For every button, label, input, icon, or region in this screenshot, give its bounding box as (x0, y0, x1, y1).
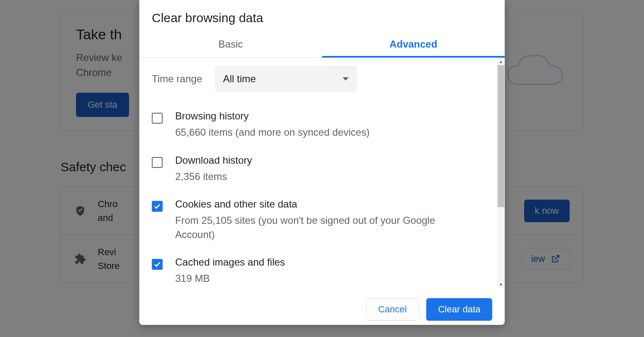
option-subtitle: 319 MB (175, 271, 285, 286)
checkbox-cookies[interactable] (152, 201, 163, 212)
dialog-scroll-area: Time range All time Browsing history 65,… (139, 58, 505, 288)
checkbox-cached[interactable] (152, 259, 163, 270)
option-subtitle: 2,356 items (175, 170, 252, 184)
clear-browsing-data-dialog: Clear browsing data Basic Advanced Time … (139, 0, 505, 325)
time-range-label: Time range (152, 73, 203, 85)
time-range-select[interactable]: All time (215, 66, 357, 92)
checkbox-download-history[interactable] (152, 157, 163, 168)
check-icon (154, 261, 161, 268)
time-range-row: Time range All time (152, 66, 492, 92)
tab-basic[interactable]: Basic (139, 34, 322, 57)
option-download-history: Download history 2,356 items (152, 147, 492, 191)
option-title: Cookies and other site data (175, 198, 476, 210)
scrollbar-down-icon[interactable]: ▼ (497, 281, 505, 288)
clear-data-button[interactable]: Clear data (426, 298, 492, 321)
checkbox-browsing-history[interactable] (152, 113, 163, 124)
dialog-tabs: Basic Advanced (139, 34, 505, 58)
option-cached: Cached images and files 319 MB (152, 249, 492, 288)
option-browsing-history: Browsing history 65,660 items (and more … (152, 103, 492, 147)
tab-advanced[interactable]: Advanced (322, 34, 505, 58)
option-subtitle: 65,660 items (and more on synced devices… (175, 125, 370, 139)
time-range-value: All time (223, 73, 256, 85)
cancel-button[interactable]: Cancel (366, 298, 419, 321)
scrollbar-up-icon[interactable]: ▲ (497, 58, 505, 65)
option-title: Browsing history (175, 110, 370, 122)
scrollbar-thumb[interactable] (498, 65, 505, 207)
dialog-actions: Cancel Clear data (139, 288, 505, 325)
scrollbar[interactable]: ▲ ▼ (497, 58, 505, 288)
option-cookies: Cookies and other site data From 25,105 … (152, 191, 492, 249)
option-title: Download history (175, 155, 252, 166)
option-subtitle: From 25,105 sites (you won't be signed o… (175, 213, 476, 241)
check-icon (154, 203, 161, 210)
dialog-title: Clear browsing data (139, 0, 505, 34)
dropdown-icon (342, 77, 348, 81)
option-title: Cached images and files (175, 256, 285, 268)
